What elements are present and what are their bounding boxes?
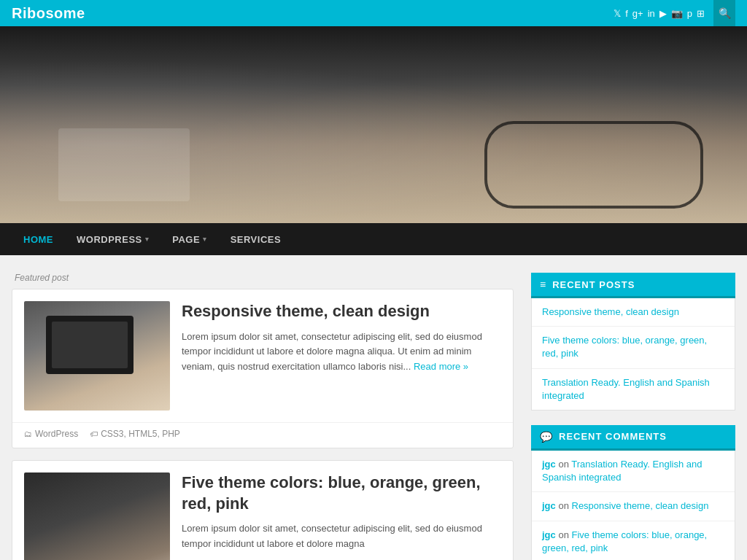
post-title-2[interactable]: Five theme colors: blue, orange, green, … <box>182 472 501 514</box>
recent-posts-body: Responsive theme, clean design Five them… <box>531 298 735 411</box>
recent-post-item-2[interactable]: Five theme colors: blue, orange, green, … <box>532 327 735 368</box>
main-nav: HOME WORDPRESS ▾ PAGE ▾ SERVICES <box>0 223 747 255</box>
nav-label-wordpress: WORDPRESS <box>77 234 142 245</box>
recent-post-item-1[interactable]: Responsive theme, clean design <box>532 298 735 327</box>
chevron-down-icon: ▾ <box>145 236 150 243</box>
nav-label-page: PAGE <box>172 234 200 245</box>
youtube-icon[interactable]: ▶ <box>659 8 667 19</box>
search-button[interactable]: 🔍 <box>713 0 735 26</box>
post-thumbnail-2 <box>24 472 170 560</box>
chevron-down-icon: ▾ <box>203 236 207 243</box>
post-category-1: 🗂 WordPress <box>24 429 78 439</box>
post-card-1: Responsive theme, clean design Lorem ips… <box>12 289 514 448</box>
folder-icon: 🗂 <box>24 429 32 438</box>
comment-link-2[interactable]: Responsive theme, clean design <box>572 500 709 511</box>
sidebar: ≡ RECENT POSTS Responsive theme, clean d… <box>531 273 735 560</box>
post-tags-1: 🏷 CSS3, HTML5, PHP <box>90 429 180 439</box>
recent-posts-title: ≡ RECENT POSTS <box>531 273 735 298</box>
linkedin-icon[interactable]: in <box>648 8 655 19</box>
instagram-icon[interactable]: 📷 <box>671 8 683 19</box>
nav-label-home: HOME <box>23 234 53 245</box>
post-content-1: Responsive theme, clean design Lorem ips… <box>182 301 501 411</box>
comment-item-1: jgc on Translation Ready. English and Sp… <box>532 451 735 492</box>
rss-icon[interactable]: ⊞ <box>697 8 705 19</box>
comment-item-2: jgc on Responsive theme, clean design <box>532 492 735 521</box>
comment-icon: 💬 <box>540 431 553 443</box>
post-meta-1: 🗂 WordPress 🏷 CSS3, HTML5, PHP <box>12 422 513 448</box>
read-more-link-1[interactable]: Read more » <box>414 361 468 372</box>
post-card-inner-2: Five theme colors: blue, orange, green, … <box>12 461 513 560</box>
hero-image <box>0 26 747 223</box>
recent-post-item-3[interactable]: Translation Ready. English and Spanish i… <box>532 369 735 410</box>
twitter-icon[interactable]: 𝕏 <box>614 8 621 19</box>
facebook-icon[interactable]: f <box>625 8 628 19</box>
hero-background <box>0 26 747 223</box>
content-area: Featured post Responsive theme, clean de… <box>12 273 514 560</box>
nav-item-home[interactable]: HOME <box>12 223 65 255</box>
featured-label: Featured post <box>12 273 514 283</box>
post-card-inner-1: Responsive theme, clean design Lorem ips… <box>12 289 513 422</box>
hero-decor-laptop <box>58 128 190 201</box>
social-icons-group: 𝕏 f g+ in ▶ 📷 p ⊞ 🔍 <box>614 0 735 26</box>
comment-item-3: jgc on Five theme colors: blue, orange, … <box>532 521 735 561</box>
nav-item-page[interactable]: PAGE ▾ <box>160 223 218 255</box>
site-logo: Ribosome <box>12 5 85 22</box>
recent-posts-widget: ≡ RECENT POSTS Responsive theme, clean d… <box>531 273 735 411</box>
post-thumbnail-1 <box>24 301 170 411</box>
recent-comments-widget: 💬 RECENT COMMENTS jgc on Translation Rea… <box>531 425 735 560</box>
googleplus-icon[interactable]: g+ <box>632 8 643 19</box>
nav-item-wordpress[interactable]: WORDPRESS ▾ <box>65 223 160 255</box>
post-card-2: Five theme colors: blue, orange, green, … <box>12 460 514 560</box>
list-icon: ≡ <box>540 279 546 290</box>
post-content-2: Five theme colors: blue, orange, green, … <box>182 472 501 560</box>
post-excerpt-1: Lorem ipsum dolor sit amet, consectetur … <box>182 330 501 375</box>
post-title-1[interactable]: Responsive theme, clean design <box>182 301 501 322</box>
recent-comments-title: 💬 RECENT COMMENTS <box>531 425 735 451</box>
hero-decor-glasses <box>484 121 703 209</box>
post-excerpt-2: Lorem ipsum dolor sit amet, consectetur … <box>182 521 501 552</box>
nav-item-services[interactable]: SERVICES <box>219 223 293 255</box>
pinterest-icon[interactable]: p <box>687 8 692 19</box>
nav-label-services: SERVICES <box>231 234 282 245</box>
tag-icon: 🏷 <box>90 429 98 438</box>
top-bar: Ribosome 𝕏 f g+ in ▶ 📷 p ⊞ 🔍 <box>0 0 747 26</box>
main-container: Featured post Responsive theme, clean de… <box>0 255 747 560</box>
recent-comments-body: jgc on Translation Ready. English and Sp… <box>531 451 735 560</box>
